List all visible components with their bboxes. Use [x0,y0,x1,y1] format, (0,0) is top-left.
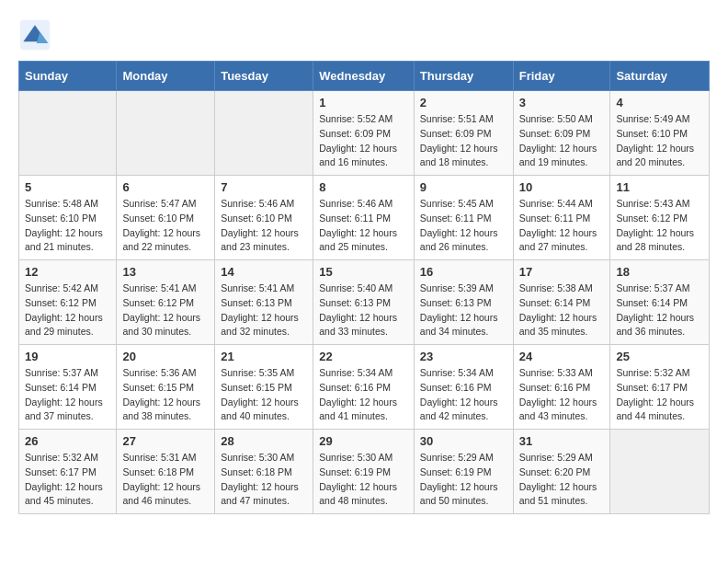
day-number: 2 [420,96,507,109]
logo-icon [18,18,51,52]
calendar-cell: 16Sunrise: 5:39 AM Sunset: 6:13 PM Dayli… [414,260,513,345]
weekday-header-sunday: Sunday [19,62,117,91]
calendar-cell: 21Sunrise: 5:35 AM Sunset: 6:15 PM Dayli… [215,345,313,430]
calendar-cell: 11Sunrise: 5:43 AM Sunset: 6:12 PM Dayli… [610,176,710,260]
calendar-cell: 2Sunrise: 5:51 AM Sunset: 6:09 PM Daylig… [414,91,513,176]
calendar-cell: 18Sunrise: 5:37 AM Sunset: 6:14 PM Dayli… [610,260,710,345]
logo [18,18,57,52]
calendar-cell: 12Sunrise: 5:42 AM Sunset: 6:12 PM Dayli… [19,260,117,345]
day-info: Sunrise: 5:32 AM Sunset: 6:17 PM Dayligh… [25,451,110,509]
day-info: Sunrise: 5:39 AM Sunset: 6:13 PM Dayligh… [420,282,507,339]
day-info: Sunrise: 5:50 AM Sunset: 6:09 PM Dayligh… [519,112,605,170]
page-header [18,18,710,52]
day-number: 1 [319,96,408,109]
weekday-header-thursday: Thursday [414,62,513,91]
calendar-cell: 6Sunrise: 5:47 AM Sunset: 6:10 PM Daylig… [117,176,215,260]
day-number: 19 [25,350,110,363]
calendar-cell: 4Sunrise: 5:49 AM Sunset: 6:10 PM Daylig… [610,91,710,176]
calendar-week-3: 12Sunrise: 5:42 AM Sunset: 6:12 PM Dayli… [19,260,710,345]
day-info: Sunrise: 5:52 AM Sunset: 6:09 PM Dayligh… [319,112,408,170]
day-number: 14 [221,265,307,279]
calendar-cell: 22Sunrise: 5:34 AM Sunset: 6:16 PM Dayli… [313,345,415,430]
day-number: 26 [25,434,110,448]
day-info: Sunrise: 5:40 AM Sunset: 6:13 PM Dayligh… [319,282,408,339]
day-number: 5 [25,180,110,194]
calendar-week-5: 26Sunrise: 5:32 AM Sunset: 6:17 PM Dayli… [19,430,710,514]
day-info: Sunrise: 5:46 AM Sunset: 6:11 PM Dayligh… [319,197,408,255]
day-info: Sunrise: 5:29 AM Sunset: 6:20 PM Dayligh… [519,451,605,509]
day-number: 16 [420,265,507,279]
calendar-header-row: SundayMondayTuesdayWednesdayThursdayFrid… [19,62,710,91]
calendar-cell: 28Sunrise: 5:30 AM Sunset: 6:18 PM Dayli… [215,430,313,514]
calendar-cell: 1Sunrise: 5:52 AM Sunset: 6:09 PM Daylig… [313,91,415,176]
calendar-cell [19,91,117,176]
day-number: 15 [319,265,408,279]
calendar-cell [117,91,215,176]
day-info: Sunrise: 5:41 AM Sunset: 6:13 PM Dayligh… [221,282,307,339]
day-number: 28 [221,434,307,448]
calendar-cell: 23Sunrise: 5:34 AM Sunset: 6:16 PM Dayli… [414,345,513,430]
day-info: Sunrise: 5:29 AM Sunset: 6:19 PM Dayligh… [420,451,507,509]
day-info: Sunrise: 5:42 AM Sunset: 6:12 PM Dayligh… [25,282,110,339]
calendar-cell: 14Sunrise: 5:41 AM Sunset: 6:13 PM Dayli… [215,260,313,345]
calendar-cell: 17Sunrise: 5:38 AM Sunset: 6:14 PM Dayli… [513,260,610,345]
day-info: Sunrise: 5:34 AM Sunset: 6:16 PM Dayligh… [420,366,507,424]
day-number: 4 [616,96,703,109]
day-number: 11 [616,180,703,194]
day-number: 6 [122,180,209,194]
calendar-cell: 26Sunrise: 5:32 AM Sunset: 6:17 PM Dayli… [19,430,117,514]
day-number: 22 [319,350,408,363]
day-number: 20 [122,350,209,363]
day-info: Sunrise: 5:43 AM Sunset: 6:12 PM Dayligh… [616,197,703,255]
calendar-cell: 27Sunrise: 5:31 AM Sunset: 6:18 PM Dayli… [117,430,215,514]
day-info: Sunrise: 5:46 AM Sunset: 6:10 PM Dayligh… [221,197,307,255]
day-info: Sunrise: 5:35 AM Sunset: 6:15 PM Dayligh… [221,366,307,424]
calendar-week-4: 19Sunrise: 5:37 AM Sunset: 6:14 PM Dayli… [19,345,710,430]
day-number: 31 [519,434,605,448]
calendar-cell [215,91,313,176]
day-info: Sunrise: 5:45 AM Sunset: 6:11 PM Dayligh… [420,197,507,255]
calendar-cell: 19Sunrise: 5:37 AM Sunset: 6:14 PM Dayli… [19,345,117,430]
calendar-cell: 31Sunrise: 5:29 AM Sunset: 6:20 PM Dayli… [513,430,610,514]
day-number: 17 [519,265,605,279]
calendar-cell: 9Sunrise: 5:45 AM Sunset: 6:11 PM Daylig… [414,176,513,260]
calendar-cell: 24Sunrise: 5:33 AM Sunset: 6:16 PM Dayli… [513,345,610,430]
day-number: 13 [122,265,209,279]
calendar-cell: 20Sunrise: 5:36 AM Sunset: 6:15 PM Dayli… [117,345,215,430]
day-number: 3 [519,96,605,109]
day-info: Sunrise: 5:30 AM Sunset: 6:18 PM Dayligh… [221,451,307,509]
day-info: Sunrise: 5:38 AM Sunset: 6:14 PM Dayligh… [519,282,605,339]
calendar-cell: 10Sunrise: 5:44 AM Sunset: 6:11 PM Dayli… [513,176,610,260]
weekday-header-tuesday: Tuesday [215,62,313,91]
weekday-header-friday: Friday [513,62,610,91]
day-number: 25 [616,350,703,363]
calendar-cell: 7Sunrise: 5:46 AM Sunset: 6:10 PM Daylig… [215,176,313,260]
day-info: Sunrise: 5:41 AM Sunset: 6:12 PM Dayligh… [122,282,209,339]
day-info: Sunrise: 5:49 AM Sunset: 6:10 PM Dayligh… [616,112,703,170]
day-info: Sunrise: 5:37 AM Sunset: 6:14 PM Dayligh… [616,282,703,339]
day-info: Sunrise: 5:48 AM Sunset: 6:10 PM Dayligh… [25,197,110,255]
day-info: Sunrise: 5:44 AM Sunset: 6:11 PM Dayligh… [519,197,605,255]
day-info: Sunrise: 5:37 AM Sunset: 6:14 PM Dayligh… [25,366,110,424]
calendar-cell: 5Sunrise: 5:48 AM Sunset: 6:10 PM Daylig… [19,176,117,260]
day-info: Sunrise: 5:34 AM Sunset: 6:16 PM Dayligh… [319,366,408,424]
day-number: 21 [221,350,307,363]
calendar-cell: 3Sunrise: 5:50 AM Sunset: 6:09 PM Daylig… [513,91,610,176]
calendar-cell: 25Sunrise: 5:32 AM Sunset: 6:17 PM Dayli… [610,345,710,430]
calendar-table: SundayMondayTuesdayWednesdayThursdayFrid… [18,61,710,514]
day-number: 10 [519,180,605,194]
day-number: 8 [319,180,408,194]
day-number: 9 [420,180,507,194]
weekday-header-saturday: Saturday [610,62,710,91]
calendar-cell: 15Sunrise: 5:40 AM Sunset: 6:13 PM Dayli… [313,260,415,345]
day-info: Sunrise: 5:32 AM Sunset: 6:17 PM Dayligh… [616,366,703,424]
day-number: 29 [319,434,408,448]
day-number: 27 [122,434,209,448]
weekday-header-monday: Monday [117,62,215,91]
calendar-cell: 13Sunrise: 5:41 AM Sunset: 6:12 PM Dayli… [117,260,215,345]
weekday-header-wednesday: Wednesday [313,62,415,91]
calendar-cell: 29Sunrise: 5:30 AM Sunset: 6:19 PM Dayli… [313,430,415,514]
day-info: Sunrise: 5:33 AM Sunset: 6:16 PM Dayligh… [519,366,605,424]
day-info: Sunrise: 5:36 AM Sunset: 6:15 PM Dayligh… [122,366,209,424]
day-info: Sunrise: 5:31 AM Sunset: 6:18 PM Dayligh… [122,451,209,509]
